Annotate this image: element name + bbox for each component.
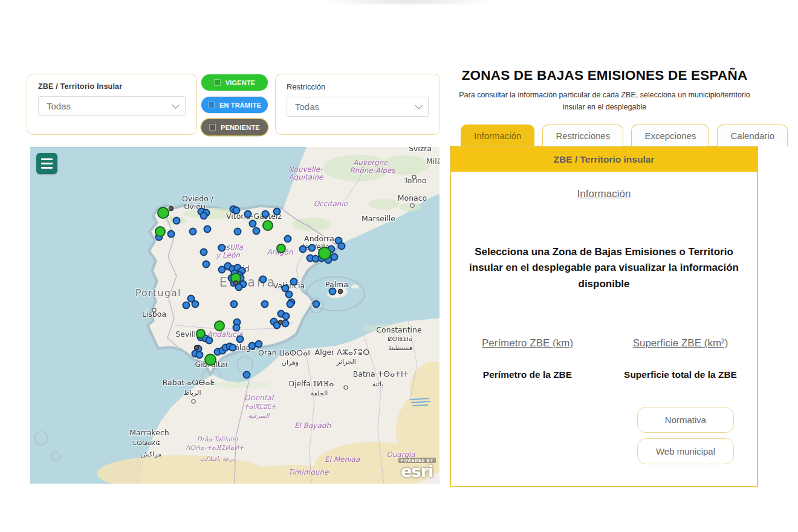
map-label: El Meniaa [325,455,360,464]
toggle-vigente[interactable]: VIGENTE [201,74,268,91]
marker-en-tramite[interactable] [192,301,199,308]
marker-en-tramite[interactable] [196,352,203,358]
marker-pendiente[interactable] [169,207,174,211]
marker-en-tramite[interactable] [174,218,180,224]
tab-excepciones[interactable]: Excepciones [631,125,709,146]
marker-en-tramite[interactable] [183,302,190,309]
marker-en-tramite[interactable] [282,320,289,327]
marker-pendiente[interactable] [339,290,343,294]
marker-en-tramite[interactable] [260,276,267,283]
marker-en-tramite[interactable] [168,231,175,238]
marker-en-tramite[interactable] [331,254,338,261]
map-label: Constantine [376,325,422,334]
city-dot-icon [192,400,195,403]
map-label: Oran ⵡⴰⵀⵔⴰⵏ [258,348,310,357]
marker-vigente[interactable] [319,247,331,259]
marker-en-tramite[interactable] [237,336,244,343]
marker-en-tramite[interactable] [244,372,250,378]
zbe-select[interactable]: Todas [38,96,186,116]
marker-en-tramite[interactable] [203,261,210,268]
city-dot-icon [412,175,416,179]
marker-vigente[interactable] [196,329,205,338]
checkbox-icon [208,102,215,108]
marker-en-tramite[interactable] [201,213,207,219]
marker-en-tramite[interactable] [235,229,241,235]
marker-en-tramite[interactable] [282,285,289,292]
toggle-pendiente[interactable]: PENDIENTE [201,119,268,135]
marker-en-tramite[interactable] [253,228,260,235]
marker-en-tramite[interactable] [313,301,320,308]
marker-en-tramite[interactable] [190,229,196,235]
marker-en-tramite[interactable] [285,236,291,242]
marker-vigente[interactable] [158,207,169,218]
tab-restricciones[interactable]: Restricciones [542,125,623,146]
marker-en-tramite[interactable] [300,246,307,253]
map-label: Oriental [244,394,274,402]
panel-message: Selecciona una Zona de Bajas Emisiones o… [464,244,744,292]
map-label: ⵎⵕⵕⴰⴽⵛ [133,440,160,446]
map-label: y León [216,251,240,259]
marker-vigente[interactable] [155,227,165,236]
marker-en-tramite[interactable] [262,301,268,308]
marker-en-tramite[interactable] [204,226,211,233]
tab-calendario[interactable]: Calendario [717,125,788,146]
marker-en-tramite[interactable] [233,325,240,331]
marker-vigente[interactable] [263,221,273,230]
marker-pendiente[interactable] [234,281,238,285]
marker-en-tramite[interactable] [219,245,225,251]
map-label: Marrakech [129,428,169,437]
marker-vigente[interactable] [205,354,216,365]
page-title: ZONAS DE BAJAS EMISIONES DE ESPAÑA [450,68,759,83]
marker-en-tramite[interactable] [286,291,293,298]
map-canvas[interactable]: Oviedo /UviéuVitoria-GasteizAndorrala Ve… [30,147,440,484]
marker-en-tramite[interactable] [262,211,269,218]
map-label: Aquitaine [289,173,325,181]
map-label: Djelfa ⵊⵍⴼⴰ [289,379,334,388]
map-label: Rhône-Alpes [349,166,395,175]
map-label: Monaco [398,193,427,203]
marker-pendiente[interactable] [279,320,283,325]
city-dot-icon [410,204,414,207]
marker-en-tramite[interactable] [287,301,294,308]
marker-vigente[interactable] [215,321,224,331]
tab-informacion[interactable]: Información [461,125,534,146]
city-dot-icon [152,308,156,312]
perimetro-link[interactable]: Perímetro ZBE (km) [482,337,573,349]
web-municipal-button[interactable]: Web municipal [637,438,734,464]
map-menu-button[interactable] [36,153,57,174]
marker-en-tramite[interactable] [291,279,297,285]
map-label: Portugal [135,288,181,299]
marker-en-tramite[interactable] [339,243,345,250]
marker-en-tramite[interactable] [201,249,207,256]
marker-en-tramite[interactable] [219,267,225,273]
panel-buttons: Normativa Web municipal [451,407,757,464]
marker-en-tramite[interactable] [329,288,336,295]
map-label: الجزائر [336,358,356,366]
marker-en-tramite[interactable] [256,341,262,348]
toggle-en-tramite[interactable]: EN TRÁMITE [201,97,268,113]
map-label: Alger ⴷⵣⴰⵢⴻⵔ [315,348,370,357]
marker-en-tramite[interactable] [283,313,290,320]
marker-en-tramite[interactable] [230,345,236,351]
map-label: مراكش [141,450,161,458]
marker-en-tramite[interactable] [206,337,213,344]
map-label: Timimoune [288,468,330,476]
informacion-link[interactable]: Información [577,188,631,200]
marker-en-tramite[interactable] [274,209,281,215]
marker-en-tramite[interactable] [309,245,316,251]
zbe-filter-label: ZBE / Territorio Insular [38,82,186,91]
marker-en-tramite[interactable] [231,301,238,308]
superficie-caption: Superficie total de la ZBE [604,369,757,380]
chevron-down-icon [415,102,423,109]
normativa-button[interactable]: Normativa [637,407,734,433]
marker-pendiente[interactable] [195,346,199,350]
marker-vigente[interactable] [277,244,285,253]
marker-en-tramite[interactable] [250,221,256,227]
restriction-select[interactable]: Todas [287,97,429,117]
map-label: Marseille [362,214,395,223]
marker-en-tramite[interactable] [245,211,251,218]
toggle-pendiente-label: PENDIENTE [221,124,260,131]
marker-en-tramite[interactable] [233,207,240,214]
marker-en-tramite[interactable] [249,343,256,349]
superficie-link[interactable]: Superficie ZBE (km²) [633,337,728,349]
